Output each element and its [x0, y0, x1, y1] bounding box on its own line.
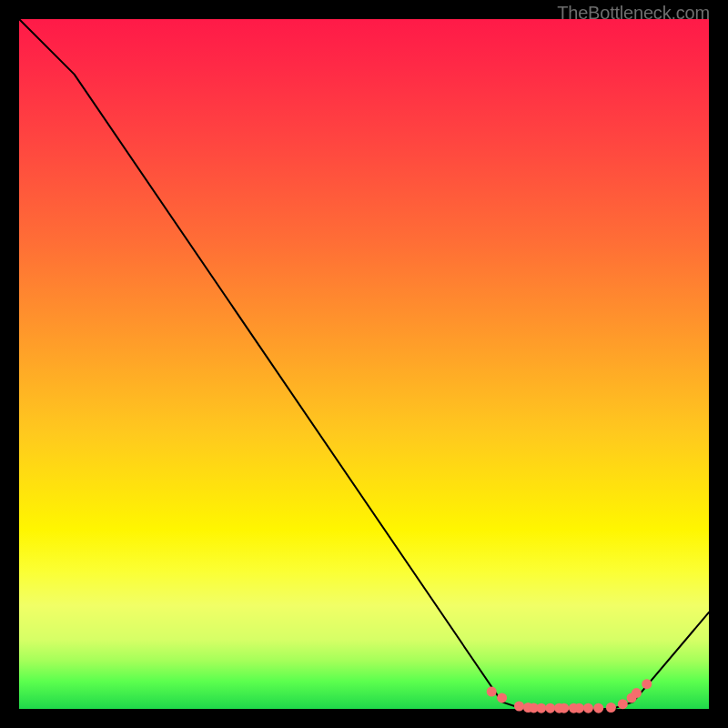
marker-dot	[593, 703, 603, 713]
marker-dot	[642, 679, 652, 689]
marker-dot	[574, 703, 584, 713]
marker-dot	[559, 703, 569, 713]
marker-dot	[606, 703, 616, 713]
chart-svg	[19, 19, 709, 709]
plot-area	[19, 19, 709, 709]
watermark-text: TheBottleneck.com	[557, 3, 710, 24]
bottleneck-curve	[19, 19, 709, 709]
marker-dot	[583, 703, 593, 713]
marker-dot	[514, 702, 524, 712]
chart-frame: TheBottleneck.com	[0, 0, 728, 728]
marker-dot	[545, 703, 555, 713]
marker-dot	[632, 688, 642, 698]
marker-dot	[487, 687, 497, 697]
marker-dot	[536, 703, 546, 713]
marker-dot	[618, 699, 628, 709]
highlight-dots	[487, 679, 652, 713]
marker-dot	[497, 693, 507, 703]
